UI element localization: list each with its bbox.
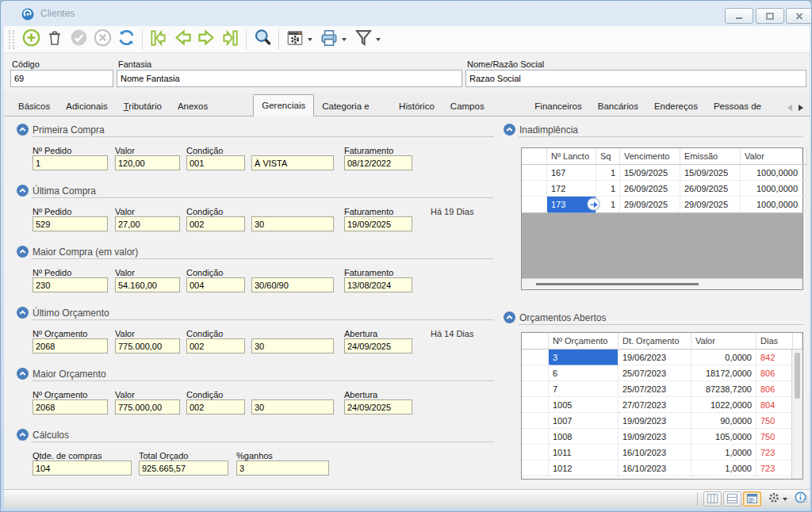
cell-dt-orcamento[interactable]: 19/09/2023 xyxy=(619,413,691,429)
n-orcamento-input[interactable] xyxy=(33,399,108,415)
column-header[interactable]: Nº Lancto xyxy=(547,148,596,165)
n-orcamento-input[interactable] xyxy=(33,338,108,353)
table-row[interactable]: 6 25/07/2023 18172,0000 806 xyxy=(522,365,802,381)
cell-sq[interactable]: 1 xyxy=(596,165,620,181)
first-record-button[interactable] xyxy=(147,28,170,52)
filter-button[interactable] xyxy=(351,28,375,52)
settings-dropdown-arrow[interactable] xyxy=(308,38,312,41)
cell-dias[interactable]: 750 xyxy=(756,413,793,429)
condicao-input[interactable] xyxy=(186,338,245,353)
tab-historico[interactable]: Histórico xyxy=(391,97,442,116)
fantasia-input[interactable] xyxy=(117,70,462,87)
cell-dias[interactable]: 723 xyxy=(756,460,793,476)
horizontal-scrollbar[interactable] xyxy=(522,278,802,289)
n-pedido-input[interactable] xyxy=(33,216,108,231)
vertical-scrollbar[interactable] xyxy=(791,350,802,479)
condicao-input[interactable] xyxy=(186,216,245,231)
refresh-button[interactable] xyxy=(114,28,138,52)
print-dropdown-arrow[interactable] xyxy=(342,38,347,41)
tab-financeiros[interactable]: Financeiros xyxy=(527,97,589,116)
settings-button[interactable] xyxy=(283,28,307,52)
filter-dropdown-arrow[interactable] xyxy=(376,38,381,41)
tab-anexos-cadastrais[interactable]: Anexos Cadastrais xyxy=(170,97,253,116)
condicao-descricao-input[interactable] xyxy=(251,399,334,415)
condicao-input[interactable] xyxy=(186,399,245,415)
cell-dt-orcamento[interactable]: 19/06/2023 xyxy=(619,350,691,365)
tab-basicos[interactable]: Básicos xyxy=(10,97,58,116)
cell-dt-orcamento[interactable]: 27/07/2023 xyxy=(619,397,691,413)
abertura-input[interactable] xyxy=(344,338,412,353)
faturamento-input[interactable] xyxy=(344,216,412,231)
minimize-button[interactable] xyxy=(725,8,753,24)
cell-dias[interactable]: 806 xyxy=(756,381,793,397)
cell-valor[interactable]: 1000,0000 xyxy=(741,181,802,197)
condicao-descricao-input[interactable] xyxy=(251,277,334,292)
collapse-icon[interactable] xyxy=(17,368,29,380)
cell-emissao[interactable]: 29/09/2025 xyxy=(680,197,741,213)
razao-social-input[interactable] xyxy=(465,70,806,87)
add-button[interactable] xyxy=(19,28,43,52)
tab-categoria-e-area[interactable]: Categoria e Área xyxy=(314,97,391,116)
n-pedido-input[interactable] xyxy=(33,155,108,170)
print-button[interactable] xyxy=(317,28,341,52)
scrollbar-thumb[interactable] xyxy=(536,283,699,285)
qtde-compras-input[interactable] xyxy=(33,460,132,476)
tab-scroll-right-icon[interactable] xyxy=(799,105,803,111)
condicao-descricao-input[interactable] xyxy=(251,216,334,231)
cell-n-orcamento[interactable]: 1008 xyxy=(549,429,619,445)
last-record-button[interactable] xyxy=(218,28,242,52)
tab-gerenciais[interactable]: Gerenciais xyxy=(253,94,314,117)
previous-record-button[interactable] xyxy=(170,28,194,52)
valor-input[interactable] xyxy=(115,216,180,231)
tab-tributario[interactable]: Tributário xyxy=(116,97,170,116)
table-row[interactable]: 1012 16/10/2023 1,0000 723 xyxy=(522,460,802,476)
faturamento-input[interactable] xyxy=(344,277,412,292)
collapse-icon[interactable] xyxy=(17,124,29,136)
column-header[interactable]: Valor xyxy=(691,333,756,350)
table-row[interactable]: 1005 27/07/2023 1022,0000 804 xyxy=(522,397,802,413)
cell-sq[interactable]: 1 xyxy=(596,181,620,197)
codigo-input[interactable] xyxy=(10,70,113,87)
valor-input[interactable] xyxy=(115,277,180,292)
cell-valor[interactable]: 87238,7200 xyxy=(691,381,756,397)
table-row[interactable]: 167 1 15/09/2025 15/09/2025 1000,0000 xyxy=(522,165,802,181)
cell-valor[interactable]: 1,0000 xyxy=(691,445,756,460)
column-header[interactable]: Vencimento xyxy=(620,148,680,165)
faturamento-input[interactable] xyxy=(344,155,412,170)
table-row[interactable]: 172 1 26/09/2025 26/09/2025 1000,0000 xyxy=(522,181,802,197)
close-button[interactable] xyxy=(786,8,812,24)
cell-dias[interactable]: 806 xyxy=(756,365,793,381)
tab-adicionais[interactable]: Adicionais xyxy=(58,97,115,116)
valor-input[interactable] xyxy=(115,155,180,170)
column-header[interactable]: Dias xyxy=(756,333,793,350)
cell-dt-orcamento[interactable]: 16/10/2023 xyxy=(619,445,691,460)
table-row[interactable]: 7 25/07/2023 87238,7200 806 xyxy=(522,381,802,397)
column-header[interactable]: Sq xyxy=(596,148,620,165)
collapse-icon[interactable] xyxy=(504,124,515,136)
cell-dias[interactable]: 750 xyxy=(756,429,793,445)
table-row-selected[interactable]: 3 19/06/2023 0,0000 842 xyxy=(522,350,802,365)
cell-valor[interactable]: 1000,0000 xyxy=(741,197,802,213)
settings-dropdown-arrow[interactable] xyxy=(783,498,787,501)
condicao-descricao-input[interactable] xyxy=(251,155,334,170)
column-header[interactable]: Nº Orçamento xyxy=(549,333,619,350)
tab-scroll-left-icon[interactable] xyxy=(787,105,792,111)
cell-emissao[interactable]: 15/09/2025 xyxy=(680,165,741,181)
cell-emissao[interactable]: 26/09/2025 xyxy=(680,181,741,197)
cell-vencimento[interactable]: 26/09/2025 xyxy=(620,181,680,197)
confirm-button[interactable] xyxy=(67,28,90,52)
condicao-input[interactable] xyxy=(186,155,245,170)
next-record-button[interactable] xyxy=(194,28,218,52)
cell-sq[interactable]: 1 xyxy=(611,200,615,209)
tab-campos-adicionais[interactable]: Campos Adicionais xyxy=(442,97,527,116)
cell-valor[interactable]: 1022,0000 xyxy=(691,397,756,413)
collapse-icon[interactable] xyxy=(17,185,29,197)
collapse-icon[interactable] xyxy=(17,307,29,319)
condicao-input[interactable] xyxy=(186,277,245,292)
view-details-button[interactable] xyxy=(743,491,761,506)
n-pedido-input[interactable] xyxy=(33,277,108,292)
collapse-icon[interactable] xyxy=(17,429,29,441)
cell-n-lancto[interactable]: 172 xyxy=(547,181,596,197)
scrollbar-thumb[interactable] xyxy=(795,353,800,399)
ganhos-input[interactable] xyxy=(236,460,329,476)
